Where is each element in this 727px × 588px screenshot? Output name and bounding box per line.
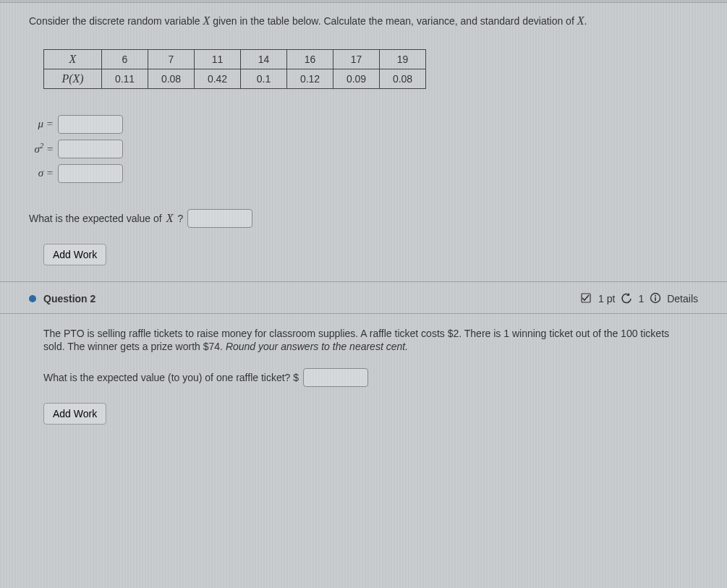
q2-ev-input[interactable] bbox=[303, 368, 368, 387]
p-cell: 0.11 bbox=[102, 69, 148, 88]
expected-value-label-a: What is the expected value of bbox=[29, 213, 162, 224]
question-divider bbox=[0, 281, 727, 282]
q1-prompt-text-b: given in the table below. Calculate the … bbox=[210, 15, 577, 27]
q2-ev-row: What is the expected value (to you) of o… bbox=[43, 368, 684, 387]
q2-header: Question 2 1 pt 1 Details bbox=[29, 292, 698, 306]
p-cell: 0.12 bbox=[287, 69, 333, 88]
q2-body-italic: Round your answers to the nearest cent. bbox=[226, 341, 408, 352]
row-header-x: X bbox=[44, 49, 102, 69]
x-cell: 7 bbox=[148, 49, 195, 69]
x-cell: 6 bbox=[102, 49, 148, 69]
table-row-x: X 6 7 11 14 16 17 19 bbox=[44, 49, 426, 69]
q2-add-work-button[interactable]: Add Work bbox=[43, 403, 106, 425]
x-cell: 19 bbox=[380, 49, 426, 69]
mu-input[interactable] bbox=[58, 115, 123, 134]
mu-row: μ = bbox=[29, 115, 698, 134]
svg-point-2 bbox=[655, 295, 656, 297]
sigma-label: σ = bbox=[29, 167, 58, 179]
add-work-button[interactable]: Add Work bbox=[43, 244, 106, 265]
sigma2-row: σ2 = bbox=[29, 140, 698, 158]
q2-divider bbox=[0, 313, 727, 314]
p-cell: 0.08 bbox=[380, 69, 426, 88]
sigma-input[interactable] bbox=[58, 164, 123, 183]
table-row-px: P(X) 0.11 0.08 0.42 0.1 0.12 0.09 0.08 bbox=[44, 69, 426, 88]
row-header-px: P(X) bbox=[44, 69, 102, 88]
p-cell: 0.08 bbox=[148, 69, 195, 88]
x-cell: 14 bbox=[241, 49, 287, 69]
sigma-row: σ = bbox=[29, 164, 698, 183]
expected-value-row: What is the expected value of X? bbox=[29, 209, 698, 228]
x-cell: 16 bbox=[287, 49, 333, 69]
x-cell: 11 bbox=[195, 49, 241, 69]
status-dot-icon bbox=[29, 295, 36, 302]
sigma2-input[interactable] bbox=[58, 140, 123, 158]
points-label: 1 pt bbox=[598, 293, 615, 304]
info-icon bbox=[650, 292, 661, 306]
p-cell: 0.42 bbox=[195, 69, 241, 88]
attempts-label: 1 bbox=[638, 293, 644, 304]
expected-value-input[interactable] bbox=[187, 209, 252, 228]
svg-rect-3 bbox=[655, 297, 656, 301]
expected-value-label-b: ? bbox=[177, 213, 183, 224]
sigma2-label: σ2 = bbox=[29, 142, 58, 155]
retry-icon bbox=[621, 292, 632, 306]
p-cell: 0.1 bbox=[241, 69, 287, 88]
q2-ev-label: What is the expected value (to you) of o… bbox=[43, 372, 299, 383]
answer-block: μ = σ2 = σ = bbox=[29, 115, 698, 183]
q1-prompt-text-c: . bbox=[584, 15, 587, 27]
q1-prompt-text-a: Consider the discrete random variable bbox=[29, 15, 203, 27]
var-X: X bbox=[203, 14, 210, 27]
q2-header-right: 1 pt 1 Details bbox=[581, 292, 698, 306]
q2-body: The PTO is selling raffle tickets to rai… bbox=[29, 324, 698, 425]
p-cell: 0.09 bbox=[333, 69, 380, 88]
q2-header-left: Question 2 bbox=[29, 293, 95, 304]
details-link[interactable]: Details bbox=[667, 293, 698, 304]
var-X-3: X bbox=[166, 212, 174, 225]
mu-label: μ = bbox=[29, 118, 58, 130]
distribution-table: X 6 7 11 14 16 17 19 P(X) 0.11 0.08 0.42… bbox=[43, 49, 426, 89]
q1-prompt: Consider the discrete random variable X … bbox=[29, 13, 698, 29]
x-cell: 17 bbox=[333, 49, 380, 69]
q2-title: Question 2 bbox=[43, 293, 95, 304]
page-content: Consider the discrete random variable X … bbox=[0, 3, 727, 439]
check-icon bbox=[581, 292, 592, 306]
q2-prompt: The PTO is selling raffle tickets to rai… bbox=[43, 327, 684, 354]
